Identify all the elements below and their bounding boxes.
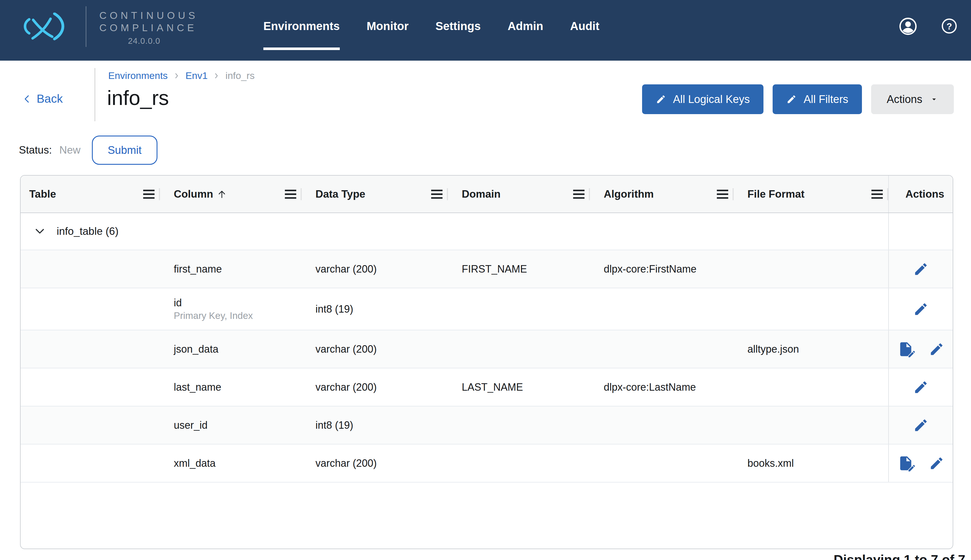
nav-item-label[interactable]: Environments <box>263 20 340 33</box>
column-menu-icon[interactable] <box>716 189 729 199</box>
pencil-icon <box>907 464 916 472</box>
pencil-icon <box>929 456 944 471</box>
table-row: json_data varchar (200) alltype.json <box>21 330 953 368</box>
actions-cell <box>888 445 953 482</box>
column-menu-icon[interactable] <box>572 189 585 199</box>
column-cell: first_name <box>160 250 302 288</box>
edit-button[interactable] <box>913 302 929 317</box>
nav-item[interactable]: Audit <box>570 20 600 50</box>
back-label[interactable]: Back <box>37 92 63 105</box>
chevron-left-icon <box>22 93 33 104</box>
all-filters-label: All Filters <box>804 93 848 105</box>
nav-item-label[interactable]: Settings <box>435 20 481 33</box>
file-format-cell <box>734 368 888 406</box>
pencil-icon <box>786 94 797 104</box>
column-header: Actions <box>888 176 953 213</box>
breadcrumb-item[interactable]: Environments <box>108 70 168 81</box>
actions-dropdown-button[interactable]: Actions <box>871 84 954 114</box>
column-subtext: Primary Key, Index <box>174 310 253 321</box>
chevron-right-icon <box>212 72 221 80</box>
status-row: Status: New Submit <box>19 135 157 165</box>
table-header-row: Table Column Data Type Domain Algorithm <box>21 176 953 213</box>
brand-divider <box>85 6 87 47</box>
file-edit-icon <box>897 455 914 472</box>
edit-file-format-button[interactable] <box>897 341 914 358</box>
page-action-buttons: All Logical Keys All Filters Actions <box>642 84 954 114</box>
back-button[interactable]: Back <box>22 92 63 105</box>
all-filters-button[interactable]: All Filters <box>773 84 862 114</box>
help-icon[interactable]: ? <box>941 18 957 34</box>
column-header[interactable]: Algorithm <box>590 176 734 213</box>
edit-button[interactable] <box>929 342 944 357</box>
column-cell: json_data <box>160 330 302 368</box>
algorithm-cell: dlpx-core:LastName <box>590 368 734 406</box>
column-name: json_data <box>174 343 219 355</box>
column-name: last_name <box>174 381 221 393</box>
algorithm-cell <box>590 407 734 444</box>
submit-button[interactable]: Submit <box>92 135 157 165</box>
column-cell: id Primary Key, Index <box>160 288 302 330</box>
file-edit-icon <box>897 341 914 358</box>
main-nav: Environments Monitor Settings Admin Audi… <box>263 20 600 50</box>
table-cell <box>21 407 160 444</box>
domain-cell <box>448 407 590 444</box>
nav-item[interactable]: Admin <box>508 20 543 50</box>
group-actions-cell <box>888 213 953 250</box>
table-group-row: info_table (6) <box>21 213 953 250</box>
domain-cell: LAST_NAME <box>448 368 590 406</box>
edit-button[interactable] <box>913 262 929 277</box>
column-header[interactable]: Table <box>21 176 160 213</box>
table-cell <box>21 288 160 330</box>
algorithm-cell: dlpx-core:FirstName <box>590 250 734 288</box>
actions-cell <box>888 407 953 444</box>
pencil-icon <box>907 350 916 358</box>
actions-cell <box>888 368 953 406</box>
all-logical-keys-button[interactable]: All Logical Keys <box>642 84 764 114</box>
column-header-label: Table <box>29 188 56 200</box>
app-header: CONTINUOUS COMPLIANCE 24.0.0.0 Environme… <box>0 0 971 61</box>
nav-item-label[interactable]: Admin <box>508 20 543 33</box>
edit-button[interactable] <box>929 456 944 471</box>
app-version: 24.0.0.0 <box>128 36 198 46</box>
column-menu-icon[interactable] <box>284 189 297 199</box>
all-logical-keys-label: All Logical Keys <box>673 93 750 105</box>
column-cell: user_id <box>160 407 302 444</box>
algorithm-cell <box>590 445 734 482</box>
chevron-down-icon[interactable] <box>33 225 46 238</box>
nav-active-underline <box>367 47 409 50</box>
column-header[interactable]: File Format <box>734 176 888 213</box>
column-name: first_name <box>174 263 222 275</box>
delphix-logo-icon <box>19 13 70 41</box>
column-menu-icon[interactable] <box>871 189 884 199</box>
column-header[interactable]: Column <box>160 176 302 213</box>
pencil-icon <box>929 342 944 357</box>
column-menu-icon[interactable] <box>430 189 443 199</box>
table-cell <box>21 445 160 482</box>
nav-item-label[interactable]: Audit <box>570 20 600 33</box>
nav-item[interactable]: Environments <box>263 20 340 50</box>
file-format-cell: alltype.json <box>734 330 888 368</box>
file-format-cell <box>734 288 888 330</box>
algorithm-cell <box>590 288 734 330</box>
nav-item-label[interactable]: Monitor <box>367 20 409 33</box>
table-row: first_name varchar (200) FIRST_NAME dlpx… <box>21 250 953 288</box>
pencil-icon <box>913 302 929 317</box>
account-icon[interactable] <box>899 17 917 35</box>
edit-button[interactable] <box>913 418 929 433</box>
nav-active-underline <box>263 47 340 50</box>
breadcrumb: Environments Env1 info_rs <box>108 70 254 81</box>
edit-button[interactable] <box>913 380 929 395</box>
column-header[interactable]: Data Type <box>302 176 448 213</box>
column-name: id <box>174 297 182 309</box>
domain-cell <box>448 330 590 368</box>
breadcrumb-item[interactable]: Env1 <box>186 70 208 81</box>
table-row: id Primary Key, Index int8 (19) <box>21 288 953 330</box>
pencil-icon <box>913 380 929 395</box>
table-row: last_name varchar (200) LAST_NAME dlpx-c… <box>21 368 953 407</box>
column-header-label: Domain <box>462 188 501 200</box>
nav-item[interactable]: Settings <box>435 20 481 50</box>
column-header[interactable]: Domain <box>448 176 590 213</box>
nav-item[interactable]: Monitor <box>367 20 409 50</box>
column-menu-icon[interactable] <box>142 189 155 199</box>
edit-file-format-button[interactable] <box>897 455 914 472</box>
